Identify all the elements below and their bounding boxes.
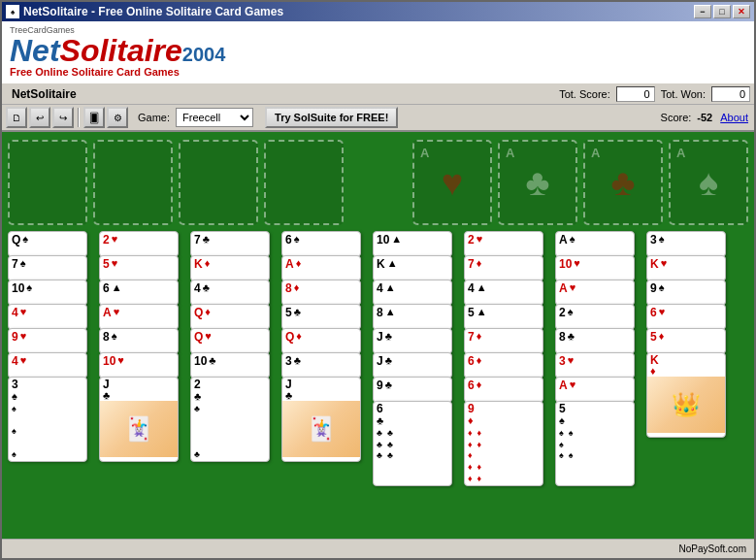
card-col3-4[interactable]: Q ♦ bbox=[190, 304, 270, 330]
card-col4-1[interactable]: 6 ♠ bbox=[281, 231, 361, 257]
play-col-1: Q ♠ 7 ♠ 10 ♠ 4 ♥ 9 ♥ 4 ♥ 3 ♠ ♠ ♠ ♠ bbox=[8, 231, 93, 462]
card-col8-4[interactable]: 6 ♥ bbox=[646, 304, 726, 330]
game-table: A ♥ A ♣ A ♣ A ♠ Q ♠ bbox=[2, 132, 754, 539]
card-col6-5[interactable]: 7 ♦ bbox=[464, 328, 543, 354]
card-col8-1[interactable]: 3 ♠ bbox=[646, 231, 726, 257]
card-col3-5[interactable]: Q ♥ bbox=[190, 328, 270, 354]
logo-solitaire: Solitaire bbox=[60, 35, 182, 66]
logo-tagline: Free Online Solitaire Card Games bbox=[10, 66, 180, 78]
score-display: Tot. Score: 0 Tot. Won: 0 bbox=[559, 86, 750, 102]
card-col6-8[interactable]: 9 ♦ ♦ ♦ ♦ ♦ ♦ ♦ ♦ ♦ ♦ bbox=[464, 401, 543, 486]
card-col5-2[interactable]: K ▲ bbox=[373, 255, 452, 281]
card-col6-4[interactable]: 5 ▲ bbox=[464, 304, 543, 330]
card-col4-6[interactable]: 3 ♣ bbox=[281, 352, 361, 379]
foundation-spades[interactable]: A ♠ bbox=[669, 140, 748, 225]
card-col3-7[interactable]: 2 ♣ ♣ ♣ bbox=[190, 377, 270, 462]
options-button[interactable]: ⚙ bbox=[107, 107, 128, 128]
score-value: -52 bbox=[697, 112, 712, 123]
freecell-4[interactable] bbox=[264, 140, 344, 225]
freecell-3[interactable] bbox=[179, 140, 258, 225]
card-col5-6[interactable]: J ♣ bbox=[373, 352, 452, 379]
card-col5-1[interactable]: 10 ▲ bbox=[373, 231, 452, 257]
card-col7-5[interactable]: 8 ♣ bbox=[555, 328, 635, 354]
redo-button[interactable]: ↪ bbox=[52, 107, 74, 128]
card-col2-2[interactable]: 5 ♥ bbox=[99, 255, 179, 281]
card-col6-2[interactable]: 7 ♦ bbox=[464, 255, 543, 281]
foundation-hearts-ace: A bbox=[420, 146, 429, 160]
card-col1-4[interactable]: 4 ♥ bbox=[8, 304, 87, 330]
card-col6-7[interactable]: 6 ♦ bbox=[464, 377, 543, 403]
card-col2-3[interactable]: 6 ▲ bbox=[99, 280, 179, 306]
card-col1-6[interactable]: 4 ♥ bbox=[8, 352, 87, 379]
logo-net: Net bbox=[10, 35, 60, 66]
card-col8-2[interactable]: K ♥ bbox=[646, 255, 726, 281]
main-toolbar: 🗋 ↩ ↪ 🂠 ⚙ Game: Freecell Klondike Spider… bbox=[2, 105, 754, 132]
card-col6-1[interactable]: 2 ♥ bbox=[464, 231, 543, 257]
score-toolbar: Score: -52 About bbox=[661, 112, 750, 123]
card-col5-5[interactable]: J ♣ bbox=[373, 328, 452, 354]
foundation-spades-ace: A bbox=[676, 146, 685, 160]
play-col-6: 2 ♥ 7 ♦ 4 ▲ 5 ▲ 7 ♦ 6 ♦ 6 ♦ 9 ♦ ♦ ♦ ♦ ♦ … bbox=[464, 231, 549, 486]
game-window: ♠ NetSolitaire - Free Online Solitaire C… bbox=[0, 0, 756, 560]
score-label: Score: bbox=[661, 112, 692, 123]
card-col7-8[interactable]: 5 ♠ ♠ ♠ ♠ ♠ ♠ bbox=[555, 401, 635, 486]
maximize-button[interactable]: □ bbox=[713, 5, 731, 18]
card-col3-6[interactable]: 10 ♣ bbox=[190, 352, 270, 379]
game-label: Game: bbox=[138, 112, 170, 123]
top-section: TreeCardGames Net Solitaire 2004 Free On… bbox=[2, 21, 754, 132]
close-button[interactable]: ✕ bbox=[733, 5, 750, 18]
card-col5-4[interactable]: 8 ▲ bbox=[373, 304, 452, 330]
card-col8-3[interactable]: 9 ♠ bbox=[646, 280, 726, 306]
card-col3-3[interactable]: 4 ♣ bbox=[190, 280, 270, 306]
menu-app-name[interactable]: NetSolitaire bbox=[6, 87, 82, 101]
deal-button[interactable]: 🂠 bbox=[83, 107, 105, 128]
card-col1-1[interactable]: Q ♠ bbox=[8, 231, 87, 257]
card-col3-2[interactable]: K ♦ bbox=[190, 255, 270, 281]
card-col6-6[interactable]: 6 ♦ bbox=[464, 352, 543, 379]
card-col7-7[interactable]: A ♥ bbox=[555, 377, 635, 403]
card-col7-3[interactable]: A ♥ bbox=[555, 280, 635, 306]
card-col4-4[interactable]: 5 ♣ bbox=[281, 304, 361, 330]
card-col5-3[interactable]: 4 ▲ bbox=[373, 280, 452, 306]
card-col1-3[interactable]: 10 ♠ bbox=[8, 280, 87, 306]
undo-button[interactable]: ↩ bbox=[29, 107, 50, 128]
card-col4-5[interactable]: Q ♦ bbox=[281, 328, 361, 354]
tot-score-value: 0 bbox=[616, 86, 655, 102]
card-col2-5[interactable]: 8 ♠ bbox=[99, 328, 179, 354]
foundation-clubs[interactable]: A ♣ bbox=[498, 140, 577, 225]
card-col3-1[interactable]: 7 ♣ bbox=[190, 231, 270, 257]
card-col4-7[interactable]: J ♣ 🃏 bbox=[281, 377, 361, 462]
card-col7-6[interactable]: 3 ♥ bbox=[555, 352, 635, 379]
card-col8-6[interactable]: K ♦ 👑 bbox=[646, 352, 726, 438]
card-col5-7[interactable]: 9 ♣ bbox=[373, 377, 452, 403]
about-button[interactable]: About bbox=[718, 112, 750, 123]
card-col7-4[interactable]: 2 ♠ bbox=[555, 304, 635, 330]
card-col8-5[interactable]: 5 ♦ bbox=[646, 328, 726, 354]
card-col1-2[interactable]: 7 ♠ bbox=[8, 255, 87, 281]
card-col2-1[interactable]: 2 ♥ bbox=[99, 231, 179, 257]
foundation-diamonds[interactable]: A ♣ bbox=[583, 140, 663, 225]
card-col4-3[interactable]: 8 ♦ bbox=[281, 280, 361, 306]
status-right: NoPaySoft.com bbox=[679, 544, 746, 554]
card-col2-4[interactable]: A ♥ bbox=[99, 304, 179, 330]
card-col6-3[interactable]: 4 ▲ bbox=[464, 280, 543, 306]
card-col7-1[interactable]: A ♠ bbox=[555, 231, 635, 257]
game-select[interactable]: Freecell Klondike Spider bbox=[176, 108, 253, 127]
new-game-button[interactable]: 🗋 bbox=[6, 107, 27, 128]
foundation-hearts[interactable]: A ♥ bbox=[412, 140, 492, 225]
play-col-8: 3 ♠ K ♥ 9 ♠ 6 ♥ 5 ♦ K ♦ 👑 bbox=[646, 231, 732, 438]
freecell-group bbox=[8, 140, 344, 225]
try-solsuite-button[interactable]: Try SolSuite for FREE! bbox=[265, 107, 398, 128]
tot-won-value: 0 bbox=[711, 86, 750, 102]
card-col1-7[interactable]: 3 ♠ ♠ ♠ ♠ bbox=[8, 377, 87, 462]
freecell-2[interactable] bbox=[93, 140, 173, 225]
card-col5-8[interactable]: 6 ♣ ♣ ♣ ♣ ♣ ♣ ♣ bbox=[373, 401, 452, 486]
card-col2-7[interactable]: J ♣ 🃏 bbox=[99, 377, 179, 462]
freecell-1[interactable] bbox=[8, 140, 87, 225]
card-col2-6[interactable]: 10 ♥ bbox=[99, 352, 179, 379]
card-col1-5[interactable]: 9 ♥ bbox=[8, 328, 87, 354]
card-col7-2[interactable]: 10 ♥ bbox=[555, 255, 635, 281]
card-col4-2[interactable]: A ♦ bbox=[281, 255, 361, 281]
minimize-button[interactable]: − bbox=[694, 5, 711, 18]
status-bar: NoPaySoft.com bbox=[2, 539, 754, 558]
